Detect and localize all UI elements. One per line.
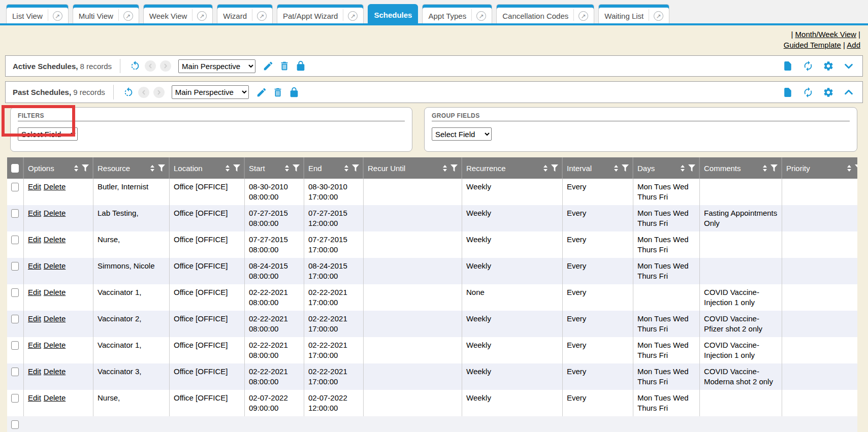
delete-trash-icon[interactable] [271, 86, 284, 99]
edit-link[interactable]: Edit [28, 182, 41, 191]
prev-perspective-icon[interactable] [138, 87, 149, 98]
filter-funnel-icon[interactable] [233, 164, 240, 172]
row-checkbox[interactable] [11, 183, 19, 191]
edit-link[interactable]: Edit [28, 314, 41, 323]
column-header-interval[interactable]: Interval [563, 157, 633, 179]
document-icon[interactable] [781, 59, 794, 73]
select-all-checkbox[interactable] [11, 164, 19, 173]
cell-select[interactable] [7, 390, 24, 416]
refresh-icon[interactable] [801, 86, 815, 99]
cell-select[interactable] [7, 258, 24, 284]
delete-link[interactable]: Delete [44, 341, 66, 349]
tab-pat-appt-wizard[interactable]: Pat/Appt Wizard↗ [277, 4, 364, 23]
edit-link[interactable]: Edit [28, 367, 41, 376]
edit-link[interactable]: Edit [28, 393, 41, 402]
delete-link[interactable]: Delete [44, 288, 66, 296]
lock-icon[interactable] [287, 86, 301, 99]
open-in-new-icon[interactable]: ↗ [343, 9, 358, 21]
select-all-header[interactable] [7, 157, 24, 179]
document-icon[interactable] [781, 86, 794, 99]
cell-select[interactable] [7, 231, 24, 258]
tab-appt-types[interactable]: Appt Types↗ [422, 4, 492, 23]
row-checkbox[interactable] [11, 288, 19, 297]
prev-perspective-icon[interactable] [145, 60, 156, 72]
column-header-options[interactable]: Options [24, 157, 93, 179]
gear-icon[interactable] [822, 59, 835, 73]
column-header-priority[interactable]: Priority [782, 157, 857, 179]
edit-link[interactable]: Edit [28, 341, 41, 349]
delete-link[interactable]: Delete [44, 209, 66, 217]
open-in-new-icon[interactable]: ↗ [192, 9, 207, 21]
undo-icon[interactable] [122, 86, 135, 99]
cell-select[interactable] [7, 284, 24, 311]
column-header-resource[interactable]: Resource [93, 157, 170, 179]
filter-funnel-icon[interactable] [770, 164, 778, 172]
column-header-comments[interactable]: Comments [700, 157, 782, 179]
row-checkbox[interactable] [11, 341, 19, 350]
column-header-location[interactable]: Location [170, 157, 245, 179]
row-checkbox[interactable] [11, 262, 19, 271]
delete-link[interactable]: Delete [44, 314, 66, 323]
row-checkbox[interactable] [11, 420, 19, 429]
tab-cancellation-codes[interactable]: Cancellation Codes↗ [496, 4, 594, 23]
filters-field-select[interactable]: Select Field [18, 127, 78, 141]
cell-select[interactable] [7, 337, 24, 363]
tab-list-view[interactable]: List View↗ [6, 4, 69, 23]
open-in-new-icon[interactable]: ↗ [649, 9, 663, 21]
chevron-down-icon[interactable] [842, 59, 855, 73]
open-in-new-icon[interactable]: ↗ [252, 9, 267, 21]
edit-link[interactable]: Edit [28, 288, 41, 296]
cell-select[interactable] [7, 205, 24, 231]
edit-link[interactable]: Edit [28, 235, 41, 244]
group-fields-field-select[interactable]: Select Field [432, 127, 492, 141]
next-perspective-icon[interactable] [153, 87, 165, 98]
filter-funnel-icon[interactable] [551, 164, 558, 172]
open-in-new-icon[interactable]: ↗ [118, 9, 133, 21]
refresh-icon[interactable] [801, 59, 815, 73]
tab-wizard[interactable]: Wizard↗ [217, 4, 273, 23]
gear-icon[interactable] [822, 86, 835, 99]
filter-funnel-icon[interactable] [158, 164, 165, 172]
cell-select[interactable] [7, 179, 24, 205]
delete-link[interactable]: Delete [44, 182, 66, 191]
row-checkbox[interactable] [11, 315, 19, 323]
edit-pencil-icon[interactable] [262, 59, 275, 73]
row-checkbox[interactable] [11, 368, 19, 376]
tab-multi-view[interactable]: Multi View↗ [73, 4, 139, 23]
filter-funnel-icon[interactable] [82, 164, 89, 172]
column-header-recur-until[interactable]: Recur Until [364, 157, 462, 179]
edit-pencil-icon[interactable] [255, 86, 268, 99]
filter-funnel-icon[interactable] [293, 164, 300, 172]
delete-link[interactable]: Delete [44, 393, 66, 402]
month-week-view-link[interactable]: Month/Week View [795, 30, 856, 39]
open-in-new-icon[interactable]: ↗ [471, 9, 486, 21]
filter-funnel-icon[interactable] [855, 164, 857, 172]
delete-link[interactable]: Delete [44, 367, 66, 376]
column-header-end[interactable]: End [304, 157, 364, 179]
column-header-recurrence[interactable]: Recurrence [462, 157, 563, 179]
cell-select[interactable] [7, 363, 24, 390]
open-in-new-icon[interactable]: ↗ [48, 9, 62, 21]
delete-link[interactable]: Delete [44, 235, 66, 244]
column-header-days[interactable]: Days [633, 157, 700, 179]
column-header-start[interactable]: Start [245, 157, 304, 179]
lock-icon[interactable] [294, 59, 307, 73]
delete-link[interactable]: Delete [44, 261, 66, 270]
tab-week-view[interactable]: Week View↗ [143, 4, 213, 23]
cell-select[interactable] [7, 311, 24, 337]
delete-trash-icon[interactable] [278, 59, 291, 73]
filter-funnel-icon[interactable] [622, 164, 629, 172]
chevron-up-icon[interactable] [842, 86, 855, 99]
undo-icon[interactable] [128, 59, 142, 73]
next-perspective-icon[interactable] [160, 60, 171, 72]
add-link[interactable]: Add [847, 41, 860, 49]
edit-link[interactable]: Edit [28, 209, 41, 217]
filter-funnel-icon[interactable] [688, 164, 695, 172]
filter-funnel-icon[interactable] [352, 164, 359, 172]
tab-waiting-list[interactable]: Waiting List↗ [598, 4, 669, 23]
row-checkbox[interactable] [11, 394, 19, 403]
perspective-select[interactable]: Main Perspective [178, 59, 255, 73]
perspective-select[interactable]: Main Perspective [172, 85, 249, 99]
tab-schedules[interactable]: Schedules [368, 4, 418, 23]
open-in-new-icon[interactable]: ↗ [573, 9, 588, 21]
